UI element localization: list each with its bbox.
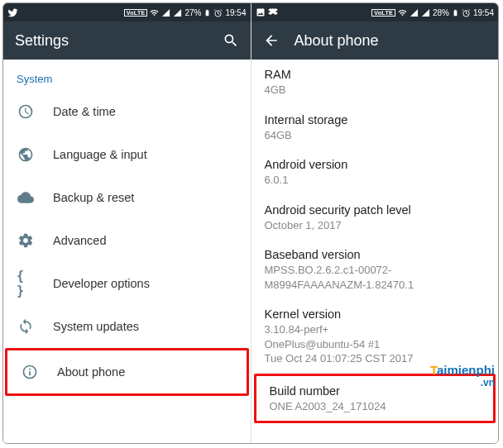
- wifi-icon: [150, 8, 159, 17]
- detail-android-version[interactable]: Android version 6.0.1: [252, 150, 499, 195]
- signal-icon: [161, 8, 170, 17]
- dropbox-icon: [268, 7, 278, 17]
- page-title: Settings: [15, 32, 208, 50]
- item-label: Developer options: [53, 277, 150, 290]
- status-bar-left: VoLTE 27% 19:54: [3, 3, 251, 21]
- detail-baseband[interactable]: Baseband version MPSS.BO.2.6.2.c1-00072-…: [252, 240, 499, 299]
- back-icon[interactable]: [263, 32, 280, 49]
- section-system: System: [3, 60, 251, 90]
- detail-title: Build number: [270, 384, 481, 398]
- item-backup-reset[interactable]: Backup & reset: [3, 176, 251, 219]
- item-system-updates[interactable]: System updates: [3, 305, 251, 348]
- volte-badge: VoLTE: [371, 9, 395, 17]
- info-icon: [21, 363, 39, 381]
- detail-title: RAM: [265, 68, 486, 81]
- alarm-icon: [462, 8, 471, 17]
- battery-icon: [204, 8, 211, 17]
- volte-badge: VoLTE: [124, 9, 148, 17]
- cloud-icon: [17, 188, 35, 207]
- signal-icon: [410, 8, 419, 17]
- detail-ram[interactable]: RAM 4GB: [252, 60, 499, 105]
- wifi-icon: [398, 8, 407, 17]
- item-label: Backup & reset: [53, 191, 134, 204]
- about-phone-panel: VoLTE 28% 19:54 About phone RAM 4GB: [252, 3, 499, 443]
- item-advanced[interactable]: Advanced: [3, 219, 251, 262]
- detail-title: Baseband version: [265, 248, 486, 261]
- signal-icon: [173, 8, 182, 17]
- page-title: About phone: [295, 32, 487, 50]
- braces-icon: { }: [17, 274, 35, 293]
- item-label: Language & input: [53, 148, 147, 161]
- settings-list: System Date & time Language & input Back…: [3, 60, 251, 398]
- settings-panel: VoLTE 27% 19:54 Settings System: [3, 3, 252, 443]
- detail-value: ONE A2003_24_171024: [270, 399, 481, 414]
- item-label: System updates: [53, 320, 139, 333]
- detail-value: October 1, 2017: [265, 218, 486, 233]
- twitter-icon: [7, 7, 18, 18]
- detail-value: 64GB: [265, 128, 486, 143]
- battery-percent: 27%: [184, 8, 201, 17]
- battery-icon: [452, 8, 459, 17]
- detail-title: Internal storage: [265, 113, 486, 126]
- alarm-icon: [213, 8, 223, 17]
- detail-security-patch[interactable]: Android security patch level October 1, …: [252, 195, 499, 241]
- detail-title: Kernel version: [265, 307, 486, 321]
- about-list: RAM 4GB Internal storage 64GB Android ve…: [252, 60, 499, 426]
- detail-value: MPSS.BO.2.6.2.c1-00072-M8994FAAAANAZM-1.…: [265, 263, 486, 292]
- item-developer-options[interactable]: { } Developer options: [3, 262, 251, 305]
- item-about-phone[interactable]: About phone: [5, 348, 249, 396]
- item-label: Date & time: [53, 105, 116, 118]
- detail-kernel[interactable]: Kernel version 3.10.84-perf+ OnePlus@ubu…: [252, 299, 499, 374]
- signal-icon: [421, 8, 430, 17]
- detail-title: Android security patch level: [265, 203, 486, 217]
- detail-value: 4GB: [265, 83, 486, 98]
- about-header: About phone: [252, 21, 499, 60]
- detail-build-number[interactable]: Build number ONE A2003_24_171024: [254, 374, 496, 424]
- detail-value: 3.10.84-perf+ OnePlus@ubuntu-54 #1 Tue O…: [265, 322, 486, 366]
- update-icon: [17, 317, 35, 336]
- clock-time: 19:54: [225, 8, 246, 17]
- battery-percent: 28%: [433, 8, 449, 17]
- item-label: Advanced: [53, 234, 107, 247]
- clock-time: 19:54: [473, 8, 494, 17]
- detail-title: Android version: [265, 158, 486, 171]
- watermark-suffix: .vn: [481, 377, 495, 388]
- image-icon: [256, 7, 266, 17]
- settings-header: Settings: [3, 21, 251, 60]
- item-language-input[interactable]: Language & input: [3, 133, 251, 176]
- detail-storage[interactable]: Internal storage 64GB: [252, 105, 499, 150]
- clock-icon: [17, 102, 35, 121]
- item-date-time[interactable]: Date & time: [3, 90, 251, 133]
- gear-icon: [17, 231, 35, 250]
- status-bar-right: VoLTE 28% 19:54: [252, 3, 499, 21]
- detail-value: 6.0.1: [265, 173, 486, 188]
- globe-icon: [17, 145, 35, 164]
- search-icon[interactable]: [223, 32, 239, 49]
- item-label: About phone: [57, 365, 125, 379]
